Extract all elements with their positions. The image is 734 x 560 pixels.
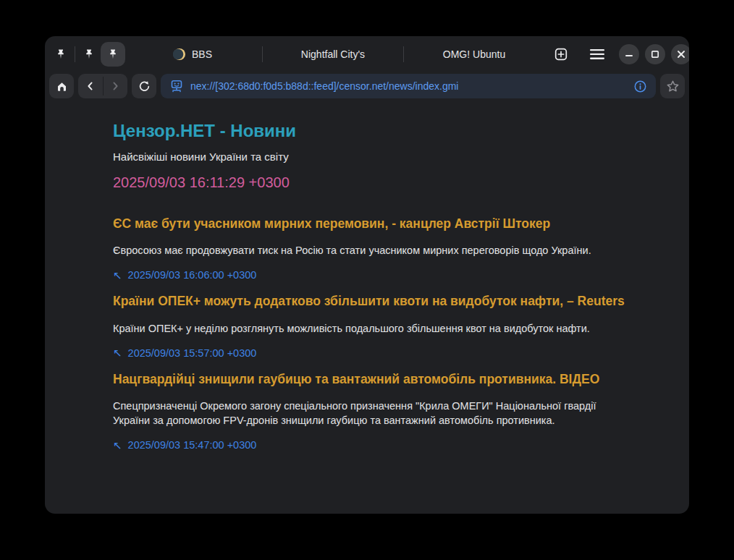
tab-nightfall-citys[interactable]: Nightfall City's bbox=[265, 41, 401, 68]
article-body: Країни ОПЕК+ у неділю розглянуть можливі… bbox=[113, 321, 602, 336]
tab-separator bbox=[403, 46, 404, 62]
star-outline-icon bbox=[666, 80, 680, 93]
plus-square-icon bbox=[554, 47, 568, 61]
link-arrow-icon: ↖ bbox=[113, 347, 122, 358]
bookmark-button[interactable] bbox=[660, 74, 685, 98]
minimize-button[interactable] bbox=[619, 44, 639, 64]
forward-button[interactable] bbox=[103, 74, 127, 98]
article-link[interactable]: ↖ 2025/09/03 15:57:00 +0300 bbox=[113, 347, 256, 359]
navigation-bar: nex://[302:68d0:f0d5:b88d::feed]/censor.… bbox=[45, 69, 689, 103]
tab-label: OMG! Ubuntu bbox=[443, 48, 505, 60]
url-text[interactable]: nex://[302:68d0:f0d5:b88d::feed]/censor.… bbox=[190, 80, 627, 92]
article-link[interactable]: ↖ 2025/09/03 16:06:00 +0300 bbox=[113, 269, 256, 281]
tab-separator bbox=[75, 46, 75, 62]
menu-button[interactable] bbox=[584, 43, 610, 66]
article-2: Країни ОПЕК+ можуть додатково збільшити … bbox=[113, 293, 660, 358]
maximize-button[interactable] bbox=[645, 44, 665, 64]
crescent-moon-icon bbox=[173, 48, 186, 61]
info-circle-icon[interactable] bbox=[633, 80, 647, 93]
pinned-tab-2[interactable] bbox=[77, 43, 101, 66]
page-title: Цензор.НЕТ - Новини bbox=[113, 120, 660, 142]
article-link[interactable]: ↖ 2025/09/03 15:47:00 +0300 bbox=[113, 439, 256, 451]
article-link-label: 2025/09/03 16:06:00 +0300 bbox=[128, 269, 257, 281]
feed-timestamp: 2025/09/03 16:11:29 +0300 bbox=[113, 174, 660, 191]
article-body: Спецпризначенці Окремого загону спеціаль… bbox=[113, 399, 602, 428]
tab-label: Nightfall City's bbox=[301, 48, 365, 60]
article-link-label: 2025/09/03 15:47:00 +0300 bbox=[128, 439, 257, 451]
home-icon bbox=[56, 80, 68, 93]
new-tab-button[interactable] bbox=[549, 43, 573, 66]
tab-bar: BBS Nightfall City's OMG! Ubuntu bbox=[45, 36, 689, 69]
reload-button[interactable] bbox=[132, 74, 156, 98]
link-arrow-icon: ↖ bbox=[113, 270, 122, 281]
maximize-icon bbox=[651, 50, 659, 59]
article-body: Євросоюз має продовжувати тиск на Росію … bbox=[113, 243, 602, 258]
close-button[interactable] bbox=[671, 44, 689, 64]
home-button[interactable] bbox=[49, 74, 74, 98]
history-buttons bbox=[78, 74, 127, 98]
minimize-icon bbox=[625, 50, 633, 59]
chevron-left-icon bbox=[85, 80, 96, 92]
page-subtitle: Найсвіжіші новини України та світу bbox=[113, 150, 660, 163]
pushpin-icon bbox=[107, 48, 119, 60]
tab-bbs[interactable]: BBS bbox=[125, 41, 260, 68]
pinned-tab-3-active[interactable] bbox=[101, 42, 125, 67]
retro-computer-icon bbox=[169, 79, 184, 93]
close-icon bbox=[677, 50, 686, 59]
tab-label: BBS bbox=[192, 48, 212, 60]
tab-separator bbox=[262, 46, 263, 62]
tab-omg-ubuntu[interactable]: OMG! Ubuntu bbox=[406, 41, 542, 68]
article-3: Нацгвардійці знищили гаубицю та вантажни… bbox=[113, 371, 660, 451]
window-controls bbox=[619, 44, 689, 64]
article-heading: ЄС має бути учасником мирних перемовин, … bbox=[113, 216, 634, 232]
back-button[interactable] bbox=[78, 74, 103, 98]
chevron-right-icon bbox=[109, 80, 121, 92]
pill-divider bbox=[103, 77, 104, 96]
article-1: ЄС має бути учасником мирних перемовин, … bbox=[113, 216, 660, 281]
article-heading: Країни ОПЕК+ можуть додатково збільшити … bbox=[113, 293, 634, 309]
article-heading: Нацгвардійці знищили гаубицю та вантажни… bbox=[113, 371, 634, 387]
reload-icon bbox=[138, 80, 151, 93]
page-content: Цензор.НЕТ - Новини Найсвіжіші новини Ук… bbox=[45, 103, 689, 451]
browser-window: BBS Nightfall City's OMG! Ubuntu bbox=[45, 36, 689, 514]
pinned-tab-1[interactable] bbox=[49, 43, 72, 66]
url-bar[interactable]: nex://[302:68d0:f0d5:b88d::feed]/censor.… bbox=[161, 74, 656, 98]
pushpin-icon bbox=[55, 48, 67, 60]
pushpin-icon bbox=[83, 48, 95, 60]
hamburger-icon bbox=[589, 48, 605, 60]
link-arrow-icon: ↖ bbox=[113, 440, 122, 451]
article-link-label: 2025/09/03 15:57:00 +0300 bbox=[128, 347, 257, 359]
